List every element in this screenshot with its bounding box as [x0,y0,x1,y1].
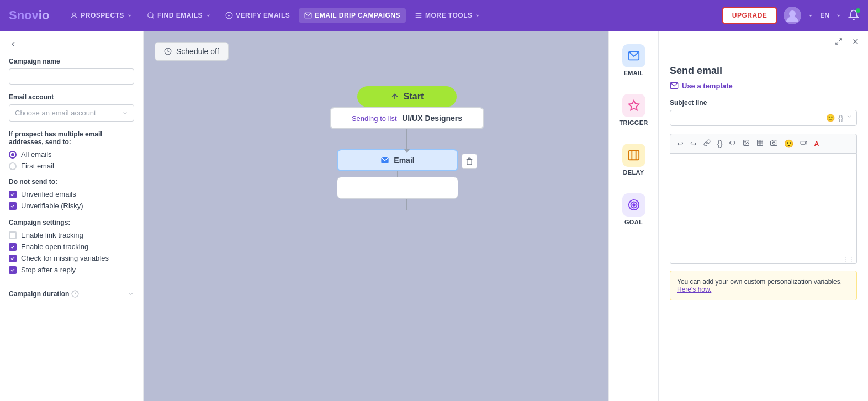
left-sidebar: Campaign name Email account Choose an em… [0,31,144,401]
right-panel-header [659,31,868,54]
photo-icon [770,139,777,146]
notification-dot [856,8,860,13]
video-button[interactable] [798,138,809,150]
delete-node-button[interactable] [462,154,477,169]
variables-button[interactable]: {} [715,138,724,150]
template-mail-icon [670,81,679,90]
user-avatar[interactable] [784,7,801,24]
nav-more-tools[interactable]: MORE TOOLS [409,8,486,23]
email-tool-icon [628,50,640,62]
open-tracking-row[interactable]: Enable open tracking [9,242,134,251]
tool-goal[interactable]: GOAL [612,186,656,233]
svg-rect-28 [758,140,763,146]
use-template-row[interactable]: Use a template [670,81,857,90]
start-label: Start [404,92,424,102]
link-tracking-checkbox[interactable] [9,231,17,239]
open-tracking-checkbox[interactable] [9,243,17,251]
emoji-icon[interactable]: 🙂 [826,114,835,122]
campaign-duration-label: Campaign duration [9,290,79,298]
trigger-tool-icon [628,99,640,112]
campaign-name-input[interactable] [9,68,134,85]
subject-input-row: 🙂 {} [670,110,857,126]
svg-point-0 [73,13,76,15]
nav-email-drip[interactable]: EMAIL DRIP CAMPAIGNS [299,8,406,23]
email-node-group: Email [337,149,477,199]
trash-icon [465,157,473,165]
unverified-checkbox-row[interactable]: Unverified emails [9,190,134,198]
nav-more-tools-label: MORE TOOLS [425,12,472,19]
personalization-link[interactable]: Here's how. [677,286,711,293]
campaign-duration-row[interactable]: Campaign duration [9,290,134,298]
start-node[interactable]: Start [357,86,457,107]
unverified-checkbox[interactable] [9,191,17,198]
back-button[interactable] [9,40,134,49]
link-button[interactable] [701,138,713,150]
app-logo[interactable]: Snovio [9,8,49,23]
delay-tool-icon [628,149,640,161]
photo-button[interactable] [768,138,780,150]
font-color-button[interactable]: A [812,138,821,150]
code-button[interactable] [727,138,738,150]
upgrade-button[interactable]: UPGRADE [722,7,777,24]
nav-find-emails[interactable]: FIND EMAILS [141,8,216,23]
redo-button[interactable]: ↪ [688,138,699,150]
sidebar-divider [9,283,134,283]
subject-input[interactable] [675,114,826,122]
nav-find-emails-label: FIND EMAILS [157,12,203,19]
undo-button[interactable]: ↩ [675,138,686,150]
variables-icon[interactable]: {} [838,114,843,122]
link-tracking-row[interactable]: Enable link tracking [9,231,134,239]
email-account-dropdown[interactable]: Choose an email account [9,104,134,122]
image-button[interactable] [740,138,752,150]
flow-diagram: Start Sending to list UI/UX Designers Em… [330,86,484,210]
nav-verify-emails-label: VERIFY EMAILS [236,12,290,19]
radio-first-email[interactable]: First email [9,162,134,170]
subject-line-label: Subject line [670,99,857,107]
nav-items: PROSPECTS FIND EMAILS VERIFY EMAILS EMAI… [65,8,717,23]
unverifiable-checkbox-row[interactable]: Unverifiable (Risky) [9,202,134,210]
top-navigation: Snovio PROSPECTS FIND EMAILS VERIFY EMAI… [0,0,868,31]
panel-close-button[interactable] [849,35,861,49]
nav-verify-emails[interactable]: VERIFY EMAILS [220,8,295,23]
personalization-text: You can add your own custom personalizat… [677,278,842,286]
list-name: UI/UX Designers [402,114,462,123]
email-editor[interactable]: ⋮⋮ [670,154,857,264]
editor-resize-handle[interactable]: ⋮⋮ [843,256,854,262]
lang-chevron-icon[interactable] [836,13,841,18]
expand-icon [835,38,843,45]
tool-goal-icon-bg [622,193,645,217]
info-icon [71,290,79,298]
table-button[interactable] [754,138,766,150]
avatar-chevron-icon[interactable] [808,13,813,18]
tool-email[interactable]: EMAIL [612,36,656,84]
personalization-box: You can add your own custom personalizat… [670,271,857,300]
svg-point-22 [633,204,635,206]
emoji-toolbar-button[interactable]: 🙂 [782,138,796,150]
email-content-node[interactable] [337,177,458,199]
connector-1 [406,129,407,149]
right-panel-body: Send email Use a template Subject line 🙂… [659,54,868,401]
unverifiable-checkbox[interactable] [9,202,17,210]
stop-after-reply-row[interactable]: Stop after a reply [9,266,134,274]
schedule-button[interactable]: Schedule off [155,42,229,61]
editor-toolbar: ↩ ↪ {} 🙂 [670,134,857,154]
subject-chevron-icon[interactable] [846,114,852,119]
panel-expand-button[interactable] [833,35,845,49]
svg-point-27 [745,141,746,143]
tool-trigger[interactable]: TRIGGER [612,86,656,134]
send-email-title: Send email [670,65,857,77]
nav-prospects[interactable]: PROSPECTS [65,8,138,23]
missing-vars-row[interactable]: Check for missing variables [9,254,134,262]
stop-after-reply-checkbox[interactable] [9,266,17,274]
notification-bell[interactable] [848,9,859,22]
do-not-section: Do not send to: Unverified emails Unveri… [9,178,134,210]
multiple-emails-title: If prospect has multiple email addresses… [9,130,134,146]
email-node[interactable]: Email [337,149,458,171]
unverifiable-label: Unverifiable (Risky) [21,202,83,210]
missing-vars-checkbox[interactable] [9,255,17,262]
radio-all-emails[interactable]: All emails [9,150,134,159]
sending-to-list-node[interactable]: Sending to list UI/UX Designers [330,107,484,129]
tool-delay[interactable]: DELAY [612,136,656,183]
duration-chevron-icon [128,291,134,297]
language-selector[interactable]: EN [820,12,829,19]
